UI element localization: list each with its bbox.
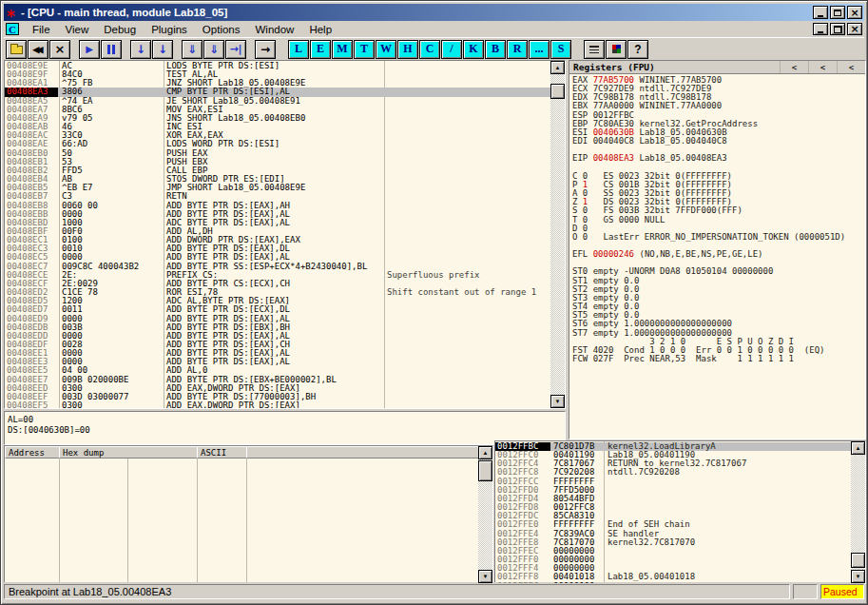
disasm-scrollbar[interactable]: ▲ ▼ (550, 61, 565, 408)
go-to-address-button[interactable]: → (255, 40, 276, 59)
step-over-button[interactable]: ↓ (152, 40, 173, 59)
stack-row[interactable]: 0012FFE0FFFFFFFFEnd of SEH chain (495, 520, 851, 529)
appearance-button[interactable] (606, 40, 627, 59)
scroll-up-arrow-icon[interactable]: ▲ (851, 441, 865, 455)
stack-row[interactable]: 0012FFF800401018Lab18_05.00401018 (495, 573, 851, 581)
disassembly-pane[interactable]: 00408E9EACLODS BYTE PTR DS:[ESI]00408E9F… (4, 60, 566, 409)
cpu-window-icon[interactable]: C (6, 23, 19, 35)
disasm-row[interactable]: 00408EAB46INC ESI (5, 123, 550, 131)
child-close-button[interactable]: × (847, 23, 862, 35)
register-line[interactable]: EFL 00000246 (NO,NB,E,BE,NS,PE,GE,LE) (572, 250, 865, 259)
menu-item-file[interactable]: File (25, 24, 58, 35)
animate-into-icon: ⇓ (187, 45, 197, 54)
dump-body[interactable] (5, 459, 478, 583)
register-line[interactable]: EDI 004040C8 Lab18_05.004040C8 (572, 137, 865, 146)
registers-chevron-icon-0[interactable]: < (780, 61, 808, 73)
disasm-row[interactable]: 00408EB050PUSH EAX (5, 149, 550, 158)
stack-row[interactable]: 0012FFEC00000000 (495, 547, 851, 556)
disasm-row[interactable]: 00408EBD1000ADC BYTE PTR DS:[EAX],AL (5, 219, 550, 227)
stack-row[interactable]: 0012FFC87C920208ntdll.7C920208 (495, 468, 851, 477)
disasm-row[interactable]: 00408E9EACLODS BYTE PTR DS:[ESI] (5, 62, 550, 70)
disasm-row[interactable]: 00408EA5^74 EAJE SHORT Lab18_05.00408E91 (5, 97, 550, 106)
help-button[interactable]: ? (627, 40, 648, 59)
disasm-row[interactable]: 00408EA9v79 05JNS SHORT Lab18_05.00408EB… (5, 114, 550, 123)
scrollbar-thumb[interactable] (478, 460, 492, 481)
scroll-down-arrow-icon[interactable]: ▼ (851, 570, 865, 583)
execute-till-return-button[interactable]: →| (225, 40, 246, 59)
scrollbar-thumb[interactable] (550, 84, 565, 99)
run-button[interactable]: ▶ (79, 40, 100, 59)
stack-row[interactable]: 0012FFD480544BFD (495, 495, 851, 503)
animate-into-button[interactable]: ⇓ (182, 40, 203, 59)
scroll-down-arrow-icon[interactable]: ▼ (478, 570, 492, 583)
list-icon (589, 46, 599, 53)
register-line[interactable]: FCW 027F Prec NEAR,53 Mask 1 1 1 1 1 1 (572, 355, 865, 363)
scroll-up-arrow-icon[interactable]: ▲ (550, 61, 565, 74)
toolbar-window-button-w[interactable]: W (376, 40, 396, 59)
dump-pane[interactable]: AddressHex dumpASCII ▲ ▼ (4, 445, 493, 584)
menu-item-view[interactable]: View (58, 24, 97, 35)
disasm-row[interactable]: 00408EB153PUSH EBX (5, 158, 550, 166)
disasm-row[interactable]: 00408EAE66:ADLODS WORD PTR DS:[ESI] (5, 140, 550, 148)
register-line[interactable]: T 0 GS 0000 NULL (572, 216, 865, 224)
stack-row[interactable]: 0012FFD07FFD5000 (495, 486, 851, 495)
scroll-up-arrow-icon[interactable]: ▲ (478, 446, 492, 459)
menu-item-plugins[interactable]: Plugins (144, 24, 195, 35)
animate-over-button[interactable]: ⇓ (203, 40, 224, 59)
stack-scrollbar[interactable]: ▲ ▼ (851, 441, 865, 583)
info-pane[interactable]: AL=00DS:[0040630B]=00 (4, 411, 566, 445)
column-divider (59, 459, 60, 583)
status-message: Breakpoint at Lab18_05.00408EA3 (4, 584, 790, 599)
toolbar-window-button-r[interactable]: R (507, 40, 528, 59)
stack-rows: 0012FFBC7C801D7Bkernel32.LoadLibraryA001… (495, 442, 851, 583)
disasm-row[interactable]: 00408EF50300ADD EAX,DWORD PTR DS:[EAX] (5, 401, 550, 408)
stack-row[interactable]: 0012FFE87C817070kernel32.7C817070 (495, 538, 851, 547)
toolbar-window-button-k[interactable]: K (463, 40, 484, 59)
stack-row[interactable]: 0012FFFC00000000 (495, 582, 851, 584)
toolbar-window-button-slash[interactable]: / (441, 40, 462, 59)
toolbar-window-button-m[interactable]: M (332, 40, 353, 59)
minimize-button[interactable] (813, 6, 828, 19)
stack-pane[interactable]: 0012FFBC7C801D7Bkernel32.LoadLibraryA001… (494, 440, 866, 584)
registers-chevron-icon-1[interactable]: < (808, 61, 837, 73)
toolbar-window-button-e[interactable]: E (310, 40, 331, 59)
app-icon[interactable]: * (7, 12, 18, 20)
dump-column-header-address[interactable]: Address (5, 446, 60, 459)
toolbar-window-button-c[interactable]: C (419, 40, 440, 59)
registers-chevron-icon-2[interactable]: < (837, 61, 865, 73)
scroll-down-arrow-icon[interactable]: ▼ (550, 395, 565, 408)
toolbar-window-button-b[interactable]: B (485, 40, 506, 59)
toolbar-window-button-h[interactable]: H (397, 40, 418, 59)
menu-item-options[interactable]: Options (195, 24, 248, 35)
child-minimize-button[interactable] (813, 23, 828, 35)
toolbar-window-button-t[interactable]: T (354, 40, 375, 59)
toolbar-window-button-l[interactable]: L (288, 40, 309, 59)
register-line[interactable]: O 0 LastErr ERROR_NO_IMPERSONATION_TOKEN… (572, 233, 865, 242)
scrollbar-thumb[interactable] (851, 553, 865, 568)
dump-column-header-ascii[interactable]: ASCII (197, 446, 247, 459)
open-file-button[interactable] (6, 40, 27, 59)
stack-row[interactable]: 0012FFF000000000 (495, 556, 851, 564)
stack-row[interactable]: 0012FFD80012FFC8 (495, 503, 851, 512)
windows-list-button[interactable] (584, 40, 605, 59)
dump-column-header-hex-dump[interactable]: Hex dump (59, 446, 198, 459)
close-button[interactable]: × (847, 6, 862, 19)
stack-row[interactable]: 0012FFCCFFFFFFFF (495, 478, 851, 486)
menu-item-debug[interactable]: Debug (96, 24, 144, 35)
registers-pane[interactable]: Registers (FPU) <<< EAX 77AB5700 WININET… (569, 60, 866, 439)
menu-item-window[interactable]: Window (248, 24, 302, 35)
maximize-button[interactable] (830, 6, 845, 19)
toolbar-window-button-s[interactable]: S (550, 40, 571, 59)
column-divider (127, 459, 128, 583)
pause-button[interactable] (101, 40, 122, 59)
disasm-row[interactable]: 00408EB5^EB E7JMP SHORT Lab18_05.00408E9… (5, 184, 550, 192)
menu-item-help[interactable]: Help (301, 24, 339, 35)
toolbar-window-button-dots[interactable]: ... (529, 40, 550, 59)
registers-lines: EAX 77AB5700 WININET.77AB5700ECX 7C927DE… (572, 76, 865, 439)
step-into-button[interactable]: ↓ (130, 40, 151, 59)
restart-button[interactable]: ◀◀ (28, 40, 48, 59)
register-line[interactable]: EIP 00408EA3 Lab18_05.00408EA3 (572, 154, 865, 163)
close-program-button[interactable]: × (49, 40, 70, 59)
child-restore-button[interactable] (830, 23, 845, 35)
dump-scrollbar[interactable]: ▲ ▼ (478, 446, 492, 583)
